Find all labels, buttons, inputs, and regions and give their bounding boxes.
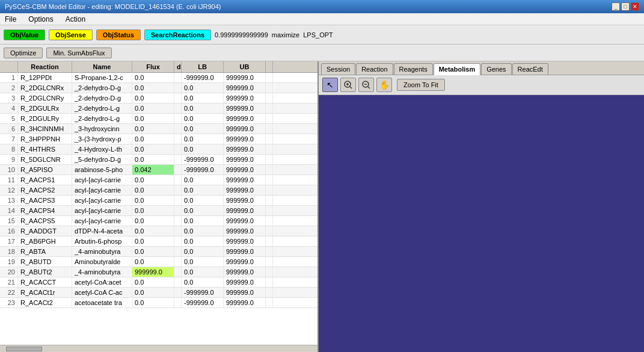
row-lb: -999999.0 xyxy=(182,155,224,164)
row-num: 9 xyxy=(0,155,18,164)
row-ub: 999999.0 xyxy=(224,298,266,307)
row-name: Aminobutyralde xyxy=(72,257,132,267)
row-num: 5 xyxy=(0,114,18,123)
table-row[interactable]: 14 R_AACPS4 acyl-[acyl-carrie 0.0 0.0 99… xyxy=(0,206,317,216)
row-extra xyxy=(266,134,273,144)
select-tool-button[interactable]: ↖ xyxy=(322,78,338,92)
table-row[interactable]: 22 R_ACACt1r acetyl-CoA C-ac 0.0 -999999… xyxy=(0,288,317,298)
horizontal-scrollbar[interactable] xyxy=(0,345,317,352)
table-row[interactable]: 17 R_AB6PGH Arbutin-6-phosp 0.0 0.0 9999… xyxy=(0,236,317,247)
minimize-button[interactable]: _ xyxy=(612,2,620,11)
row-num: 16 xyxy=(0,226,18,236)
row-extra xyxy=(266,83,273,93)
zoom-to-fit-button[interactable]: Zoom To Fit xyxy=(397,79,445,91)
row-extra xyxy=(266,257,273,267)
row-extra xyxy=(266,216,273,226)
table-row[interactable]: 21 R_ACACCT acetyl-CoA:acet 0.0 0.0 9999… xyxy=(0,277,317,288)
row-num: 8 xyxy=(0,144,18,154)
table-row[interactable]: 12 R_AACPS2 acyl-[acyl-carrie 0.0 0.0 99… xyxy=(0,185,317,196)
obj-value-button[interactable]: ObjValue xyxy=(4,29,45,40)
row-ub: 999999.0 xyxy=(224,257,266,267)
zoom-in-tool-button[interactable] xyxy=(340,78,356,92)
table-row[interactable]: 19 R_ABUTD Aminobutyralde 0.0 0.0 999999… xyxy=(0,257,317,267)
table-row[interactable]: 18 R_ABTA _4-aminobutyra 0.0 0.0 999999.… xyxy=(0,247,317,257)
tab-metabolism[interactable]: Metabolism xyxy=(434,63,481,75)
tab-reagents[interactable]: Reagents xyxy=(394,63,433,75)
pan-tool-button[interactable]: ✋ xyxy=(376,78,392,92)
row-name: acetoacetate tra xyxy=(72,298,132,307)
menu-options[interactable]: Options xyxy=(26,15,55,23)
table-row[interactable]: 9 R_5DGLCNR _5-dehydro-D-g 0.0 -999999.0… xyxy=(0,155,317,165)
obj-status-button[interactable]: ObjStatus xyxy=(96,29,141,40)
row-num: 19 xyxy=(0,257,18,267)
row-num: 10 xyxy=(0,165,18,174)
table-row[interactable]: 11 R_AACPS1 acyl-[acyl-carrie 0.0 0.0 99… xyxy=(0,175,317,185)
window-controls[interactable]: _ □ ✕ xyxy=(612,2,639,11)
table-row[interactable]: 10 R_A5PISO arabinose-5-pho 0.042 -99999… xyxy=(0,165,317,175)
table-row[interactable]: 13 R_AACPS3 acyl-[acyl-carrie 0.0 0.0 99… xyxy=(0,196,317,206)
table-row[interactable]: 4 R_2DGULRx _2-dehydro-L-g 0.0 0.0 99999… xyxy=(0,103,317,114)
row-d xyxy=(174,267,182,277)
close-button[interactable]: ✕ xyxy=(631,2,639,11)
row-ub: 999999.0 xyxy=(224,134,266,144)
table-row[interactable]: 2 R_2DGLCNRx _2-dehydro-D-g 0.0 0.0 9999… xyxy=(0,83,317,93)
row-ub: 999999.0 xyxy=(224,155,266,164)
search-reactions-button[interactable]: SearchReactions xyxy=(144,29,211,40)
table-row[interactable]: 20 R_ABUTt2 _4-aminobutyra 999999.0 0.0 … xyxy=(0,267,317,277)
row-flux: 0.0 xyxy=(132,236,174,246)
maximize-button[interactable]: □ xyxy=(621,2,630,11)
menu-file[interactable]: File xyxy=(2,15,19,23)
tab-reacedt[interactable]: ReacEdt xyxy=(512,63,548,75)
row-d xyxy=(174,196,182,205)
min-sumabsflux-button[interactable]: Min. SumAbsFlux xyxy=(46,48,111,58)
row-num: 4 xyxy=(0,103,18,113)
table-row[interactable]: 6 R_3HCINNMH _3-hydroxycinn 0.0 0.0 9999… xyxy=(0,124,317,134)
col-lb: LB xyxy=(182,61,224,72)
row-flux: 0.0 xyxy=(132,134,174,144)
row-name: acetyl-CoA:acet xyxy=(72,277,132,287)
row-reaction: R_AACPS2 xyxy=(18,185,72,195)
table-row[interactable]: 3 R_2DGLCNRy _2-dehydro-D-g 0.0 0.0 9999… xyxy=(0,93,317,103)
row-ub: 999999.0 xyxy=(224,288,266,297)
table-row[interactable]: 1 R_12PPDt S-Propane-1,2-c 0.0 -999999.0… xyxy=(0,73,317,83)
row-extra xyxy=(266,247,273,256)
tab-genes[interactable]: Genes xyxy=(481,63,511,75)
obj-sense-button[interactable]: ObjSense xyxy=(49,29,93,40)
row-d xyxy=(174,175,182,185)
table-panel: Reaction Name Flux d LB UB 1 R_12PPDt S-… xyxy=(0,61,319,352)
row-d xyxy=(174,134,182,144)
tabs-bar: SessionReactionReagentsMetabolismGenesRe… xyxy=(319,61,644,75)
table-row[interactable]: 23 R_ACACt2 acetoacetate tra 0.0 -999999… xyxy=(0,298,317,308)
row-name: _2-dehydro-L-g xyxy=(72,114,132,123)
row-flux: 0.0 xyxy=(132,185,174,195)
table-row[interactable]: 8 R_4HTHRS _4-Hydroxy-L-th 0.0 0.0 99999… xyxy=(0,144,317,155)
optimize-button[interactable]: Optimize xyxy=(4,48,43,58)
row-extra xyxy=(266,298,273,307)
table-row[interactable]: 15 R_AACPS5 acyl-[acyl-carrie 0.0 0.0 99… xyxy=(0,216,317,226)
tab-reaction[interactable]: Reaction xyxy=(356,63,393,75)
row-flux: 0.0 xyxy=(132,144,174,154)
row-flux: 0.0 xyxy=(132,257,174,267)
row-flux: 0.0 xyxy=(132,196,174,205)
row-ub: 999999.0 xyxy=(224,277,266,287)
row-d xyxy=(174,185,182,195)
table-row[interactable]: 5 R_2DGULRy _2-dehydro-L-g 0.0 0.0 99999… xyxy=(0,114,317,124)
row-d xyxy=(174,247,182,256)
zoom-out-tool-button[interactable] xyxy=(358,78,374,92)
row-num: 17 xyxy=(0,236,18,246)
row-extra xyxy=(266,196,273,205)
row-flux: 0.0 xyxy=(132,175,174,185)
table-body[interactable]: 1 R_12PPDt S-Propane-1,2-c 0.0 -999999.0… xyxy=(0,73,317,345)
row-lb: 0.0 xyxy=(182,124,224,134)
row-lb: 0.0 xyxy=(182,277,224,287)
table-row[interactable]: 16 R_AADDGT dTDP-N-4-aceta 0.0 0.0 99999… xyxy=(0,226,317,236)
col-d: d xyxy=(174,61,182,72)
row-reaction: R_2DGLCNRy xyxy=(18,93,72,103)
row-reaction: R_ABTA xyxy=(18,247,72,256)
table-row[interactable]: 7 R_3HPPPNH _3-(3-hydroxy-p 0.0 0.0 9999… xyxy=(0,134,317,144)
row-num: 2 xyxy=(0,83,18,93)
row-ub: 999999.0 xyxy=(224,267,266,277)
menu-action[interactable]: Action xyxy=(63,15,88,23)
col-scroll xyxy=(266,61,273,72)
tab-session[interactable]: Session xyxy=(321,63,355,75)
